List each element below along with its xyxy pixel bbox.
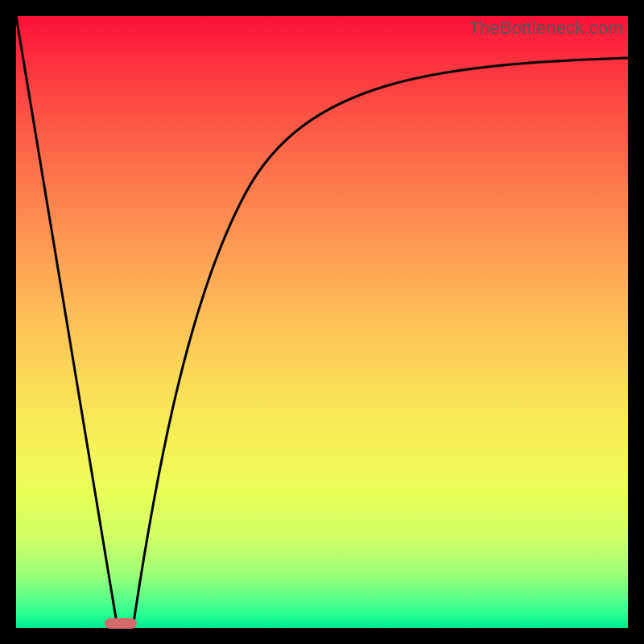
left-line-path — [16, 16, 118, 628]
right-curve-path — [133, 58, 628, 628]
chart-frame: TheBottleneck.com — [0, 0, 644, 644]
curve-layer — [16, 16, 628, 628]
optimum-marker — [105, 618, 137, 629]
plot-area: TheBottleneck.com — [16, 16, 628, 628]
